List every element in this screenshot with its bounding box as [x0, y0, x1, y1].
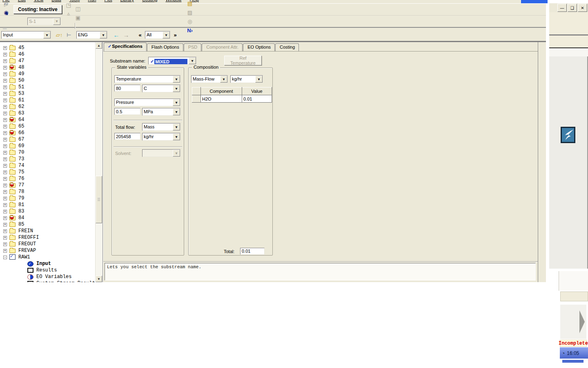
expand-arrow-icon[interactable]: [579, 310, 585, 333]
tree-expander[interactable]: +: [3, 53, 7, 56]
tree-item[interactable]: + 79: [0, 195, 102, 202]
flow-unit-combo[interactable]: kg/hr: [142, 133, 180, 141]
form-tab[interactable]: Flash Options: [147, 43, 183, 51]
tree-item[interactable]: + 64: [0, 117, 102, 123]
tree-item[interactable]: + 48: [0, 64, 102, 71]
tree-item[interactable]: + 61: [0, 97, 102, 103]
component-cell[interactable]: H2O: [201, 95, 242, 103]
tree-item[interactable]: + 46: [0, 51, 102, 58]
flow-basis-combo[interactable]: Mass: [142, 123, 180, 131]
scrollbar-thumb[interactable]: [96, 176, 102, 223]
tree-item[interactable]: + 84: [0, 215, 102, 221]
stream-select-combo[interactable]: S-1: [27, 18, 61, 25]
tree-expander[interactable]: +: [3, 164, 7, 168]
form-tab[interactable]: Costing: [275, 43, 299, 51]
tree-item[interactable]: + 76: [0, 175, 102, 182]
lock-icon[interactable]: ▣: [74, 13, 82, 22]
tree-item[interactable]: - RAW1: [0, 254, 102, 260]
zoom-icon[interactable]: ◉: [2, 8, 11, 17]
tree-expander[interactable]: +: [3, 138, 7, 141]
tree-expander[interactable]: +: [3, 144, 7, 148]
tree-item[interactable]: + 69: [0, 143, 102, 149]
form-tab[interactable]: ✓Specifications: [104, 43, 147, 51]
tree-expander[interactable]: +: [3, 236, 7, 240]
tree-item[interactable]: + 77: [0, 182, 102, 188]
tree-item[interactable]: + 62: [0, 103, 102, 110]
tree-expander[interactable]: +: [3, 99, 7, 102]
gear-icon[interactable]: ◎: [185, 17, 194, 26]
tree-item[interactable]: + 49: [0, 71, 102, 77]
tree-item[interactable]: Custom Stream Results: [0, 280, 102, 282]
image-icon[interactable]: ▨: [185, 8, 194, 17]
tree-expander[interactable]: +: [3, 210, 7, 213]
tree-expander[interactable]: +: [3, 229, 7, 233]
state-var1-combo[interactable]: Temperature: [114, 75, 180, 83]
pressure-input[interactable]: [114, 108, 140, 115]
dropdown-button[interactable]: [43, 31, 51, 38]
tree-expander[interactable]: +: [3, 125, 7, 128]
tree-expander[interactable]: +: [3, 184, 7, 187]
tree-expander[interactable]: +: [3, 85, 7, 89]
solvent-combo[interactable]: [142, 149, 180, 157]
filter-combo[interactable]: All: [145, 31, 170, 39]
costing-status-button[interactable]: Costing: Inactive: [13, 5, 62, 14]
tree-item[interactable]: + 74: [0, 162, 102, 169]
menu-item[interactable]: Plot: [104, 0, 112, 2]
value-cell[interactable]: 0.01: [242, 95, 272, 103]
form-tab[interactable]: PSD: [184, 43, 202, 51]
dropdown-button[interactable]: [173, 133, 180, 140]
duplicate-icon[interactable]: ▱: [2, 0, 11, 8]
tree-expander[interactable]: +: [3, 203, 7, 207]
dropdown-button[interactable]: [100, 31, 107, 38]
pressure-unit-combo[interactable]: MPa: [142, 108, 180, 116]
composition-unit-combo[interactable]: kg/hr: [230, 75, 263, 83]
tree-pane-toggle-icon[interactable]: ⊢: [65, 31, 74, 40]
tree-item[interactable]: + 63: [0, 110, 102, 117]
menu-item[interactable]: Window: [165, 0, 181, 2]
tree-item[interactable]: + FREIN: [0, 228, 102, 234]
next-input2-icon[interactable]: N›: [185, 26, 194, 35]
tree-expander[interactable]: +: [3, 177, 7, 181]
dropdown-button[interactable]: [173, 150, 180, 157]
tree-item[interactable]: Input: [0, 260, 102, 267]
tree-expander[interactable]: +: [3, 72, 7, 76]
reorder-icon[interactable]: ◫: [74, 4, 82, 13]
tree-expander[interactable]: +: [3, 157, 7, 161]
tree-expander[interactable]: +: [3, 216, 7, 220]
tree-expander[interactable]: +: [3, 118, 7, 122]
dropdown-button[interactable]: [255, 76, 263, 83]
tree-item[interactable]: + 83: [0, 208, 102, 215]
tree-expander[interactable]: +: [3, 171, 7, 174]
dropdown-button[interactable]: [163, 31, 170, 38]
restore-button[interactable]: ❑: [568, 4, 577, 12]
tree-item[interactable]: + FREVAP: [0, 247, 102, 254]
row-selector[interactable]: [192, 95, 201, 103]
ref-temperature-button[interactable]: Ref Temperature: [224, 56, 262, 65]
menu-item[interactable]: Edit: [18, 0, 26, 2]
tree-item[interactable]: + FREOUT: [0, 241, 102, 247]
state-var2-combo[interactable]: Pressure: [114, 99, 180, 106]
back-icon[interactable]: ←: [112, 31, 121, 40]
dropdown-button[interactable]: [53, 18, 60, 25]
substream-combo[interactable]: ✓ MIXED: [148, 57, 196, 65]
tree-expander[interactable]: +: [3, 59, 7, 63]
tree-item[interactable]: Results: [0, 267, 102, 274]
tree-item[interactable]: + 81: [0, 202, 102, 208]
dropdown-button[interactable]: [173, 85, 180, 92]
next-form-icon[interactable]: »: [171, 31, 180, 40]
menu-item[interactable]: Library: [120, 0, 134, 2]
node-icon[interactable]: ◳: [64, 0, 73, 9]
tree-expander[interactable]: +: [3, 92, 7, 96]
tree-expander[interactable]: +: [3, 112, 7, 115]
menu-item[interactable]: Run: [88, 0, 96, 2]
tree-item[interactable]: + 51: [0, 84, 102, 90]
prev-form-icon[interactable]: «: [136, 31, 145, 40]
units-combo[interactable]: ENG: [76, 31, 107, 39]
dropdown-button[interactable]: [173, 123, 180, 130]
menu-item[interactable]: Data: [51, 0, 61, 2]
up-one-level-icon[interactable]: ▱↑: [55, 31, 64, 40]
menu-item[interactable]: View: [34, 0, 44, 2]
tree-expander[interactable]: +: [3, 223, 7, 227]
tree-expander[interactable]: +: [3, 66, 7, 70]
tree-item[interactable]: + FREOFFI: [0, 234, 102, 241]
